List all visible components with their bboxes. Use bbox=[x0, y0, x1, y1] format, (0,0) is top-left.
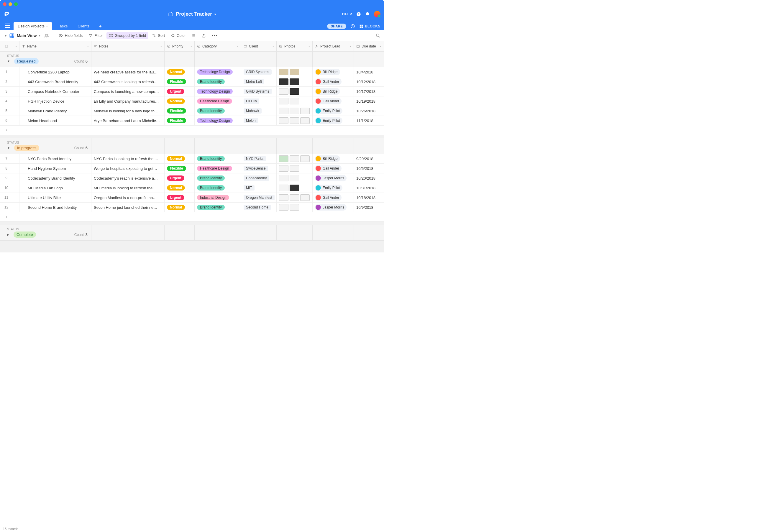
photo-thumbnail[interactable] bbox=[290, 117, 299, 124]
cell-priority[interactable]: Urgent bbox=[165, 193, 195, 202]
table-row[interactable]: 12Second Home Brand IdentitySecon Home j… bbox=[0, 203, 384, 212]
cell-client[interactable]: Second Home bbox=[241, 203, 277, 212]
cell-due[interactable]: 10/18/2018 bbox=[354, 193, 384, 202]
cell-photos[interactable] bbox=[277, 173, 313, 183]
table-row[interactable]: 3Compass Notebook ComputerCompass is lau… bbox=[0, 87, 384, 96]
cell-category[interactable]: Technology Design bbox=[195, 67, 241, 77]
blocks-button[interactable]: BLOCKS bbox=[359, 24, 380, 28]
cell-notes[interactable]: Codecademy's reach is extensive a… bbox=[91, 173, 165, 183]
cell-client[interactable]: SwipeSense bbox=[241, 164, 277, 173]
cell-photos[interactable] bbox=[277, 164, 313, 173]
cell-notes[interactable]: MIT media is looking to refresh thei… bbox=[91, 183, 165, 193]
photo-thumbnail[interactable] bbox=[279, 155, 288, 162]
cell-due[interactable]: 10/4/2018 bbox=[354, 67, 384, 77]
cell-client[interactable]: NYC Parks bbox=[241, 154, 277, 163]
photo-thumbnail[interactable] bbox=[290, 194, 299, 201]
photo-thumbnail[interactable] bbox=[279, 108, 288, 114]
table-row[interactable]: 11Ultimate Utility BikeOregon Manifest i… bbox=[0, 193, 384, 203]
cell-priority[interactable]: Urgent bbox=[165, 173, 195, 183]
hide-fields-button[interactable]: Hide fields bbox=[56, 32, 85, 39]
table-tab[interactable]: Tasks bbox=[54, 22, 72, 30]
cell-name[interactable]: MIT Media Lab Logo bbox=[19, 183, 91, 193]
cell-notes[interactable]: Oregon Manifest is a non-profit tha… bbox=[91, 193, 165, 202]
cell-category[interactable]: Brand Identity bbox=[195, 173, 241, 183]
table-row[interactable]: 2443 Greenwich Brand Identity443 Greenwi… bbox=[0, 77, 384, 87]
cell-category[interactable]: Brand Identity bbox=[195, 183, 241, 193]
cell-priority[interactable]: Normal bbox=[165, 183, 195, 193]
views-dropdown-icon[interactable]: ▾ bbox=[4, 32, 8, 39]
column-lead[interactable]: Project Lead▾ bbox=[313, 41, 354, 51]
cell-photos[interactable] bbox=[277, 96, 313, 106]
cell-notes[interactable]: NYC Parks is looking to refresh thei… bbox=[91, 154, 165, 163]
photo-thumbnail[interactable] bbox=[300, 155, 310, 162]
photo-thumbnail[interactable] bbox=[290, 98, 299, 104]
search-button[interactable] bbox=[376, 33, 380, 38]
cell-photos[interactable] bbox=[277, 154, 313, 163]
cell-name[interactable]: Convertible 2260 Laptop bbox=[19, 67, 91, 77]
plus-icon[interactable]: + bbox=[0, 126, 13, 135]
cell-photos[interactable] bbox=[277, 87, 313, 96]
column-priority[interactable]: Priority▾ bbox=[165, 41, 195, 51]
cell-client[interactable]: Codecademy bbox=[241, 173, 277, 183]
photo-thumbnail[interactable] bbox=[300, 117, 310, 124]
group-toggle[interactable]: ▼ bbox=[7, 60, 10, 63]
cell-client[interactable]: Eli Lilly bbox=[241, 96, 277, 106]
table-row[interactable]: 8Hand Hygiene SystemWe go to hospitals e… bbox=[0, 164, 384, 173]
cell-due[interactable]: 11/1/2018 bbox=[354, 116, 384, 125]
cell-notes[interactable]: We go to hospitals expecting to get… bbox=[91, 164, 165, 173]
photo-thumbnail[interactable] bbox=[290, 78, 299, 85]
cell-lead[interactable]: Gail Ander bbox=[313, 164, 354, 173]
cell-name[interactable]: Codecademy Brand Identity bbox=[19, 173, 91, 183]
cell-client[interactable]: GRiD Systems bbox=[241, 67, 277, 77]
cell-category[interactable]: Healthcare Design bbox=[195, 96, 241, 106]
filter-button[interactable]: Filter bbox=[86, 32, 105, 39]
column-due[interactable]: Due date▾ bbox=[354, 41, 384, 51]
cell-notes[interactable]: Compass is launching a new compu… bbox=[91, 87, 165, 96]
add-table-button[interactable] bbox=[95, 22, 105, 30]
cell-lead[interactable]: Emily Pillot bbox=[313, 116, 354, 125]
cell-category[interactable]: Technology Design bbox=[195, 87, 241, 96]
cell-lead[interactable]: Emily Pillot bbox=[313, 183, 354, 193]
base-title[interactable]: Project Tracker ▾ bbox=[168, 11, 216, 17]
group-button[interactable]: Grouped by 1 field bbox=[106, 32, 148, 39]
cell-photos[interactable] bbox=[277, 106, 313, 116]
cell-due[interactable]: 10/19/2018 bbox=[354, 96, 384, 106]
cell-name[interactable]: NYC Parks Brand Identity bbox=[19, 154, 91, 163]
cell-photos[interactable] bbox=[277, 116, 313, 125]
cell-name[interactable]: Ultimate Utility Bike bbox=[19, 193, 91, 202]
cell-priority[interactable]: Flexible bbox=[165, 77, 195, 86]
cell-name[interactable]: 443 Greenwich Brand Identity bbox=[19, 77, 91, 86]
help-icon[interactable]: ? bbox=[356, 12, 361, 17]
cell-notes[interactable]: Secon Home just launched their ne… bbox=[91, 203, 165, 212]
photo-thumbnail[interactable] bbox=[279, 194, 288, 201]
cell-client[interactable]: Oregon Manifest bbox=[241, 193, 277, 202]
column-name[interactable]: Name▾ bbox=[19, 41, 91, 51]
view-switcher[interactable]: Main View ▾ bbox=[9, 33, 40, 38]
cell-client[interactable]: MIT bbox=[241, 183, 277, 193]
cell-name[interactable]: Second Home Brand Identity bbox=[19, 203, 91, 212]
cell-client[interactable]: Melon bbox=[241, 116, 277, 125]
column-category[interactable]: Category▾ bbox=[195, 41, 241, 51]
table-row[interactable]: 7NYC Parks Brand IdentityNYC Parks is lo… bbox=[0, 154, 384, 164]
cell-category[interactable]: Brand Identity bbox=[195, 106, 241, 116]
cell-client[interactable]: Metro Loft bbox=[241, 77, 277, 86]
cell-notes[interactable]: We need creative assets for the lau… bbox=[91, 67, 165, 77]
cell-photos[interactable] bbox=[277, 77, 313, 86]
photo-thumbnail[interactable] bbox=[290, 165, 299, 172]
share-view-button[interactable] bbox=[199, 32, 208, 39]
history-icon[interactable] bbox=[350, 24, 355, 29]
cell-lead[interactable]: Jasper Morris bbox=[313, 203, 354, 212]
cell-priority[interactable]: Normal bbox=[165, 96, 195, 106]
cell-due[interactable]: 10/17/2018 bbox=[354, 87, 384, 96]
cell-category[interactable]: Healthcare Design bbox=[195, 164, 241, 173]
photo-thumbnail[interactable] bbox=[279, 204, 288, 211]
cell-name[interactable]: Hand Hygiene System bbox=[19, 164, 91, 173]
cell-priority[interactable]: Normal bbox=[165, 154, 195, 163]
cell-photos[interactable] bbox=[277, 183, 313, 193]
photo-thumbnail[interactable] bbox=[279, 185, 288, 191]
table-row[interactable]: 5Mohawk Brand IdentityMohawk is looking … bbox=[0, 106, 384, 116]
cell-client[interactable]: Mohawk bbox=[241, 106, 277, 116]
cell-lead[interactable]: Bill Ridge bbox=[313, 154, 354, 163]
color-button[interactable]: Color bbox=[168, 32, 188, 39]
cell-due[interactable]: 10/5/2018 bbox=[354, 164, 384, 173]
